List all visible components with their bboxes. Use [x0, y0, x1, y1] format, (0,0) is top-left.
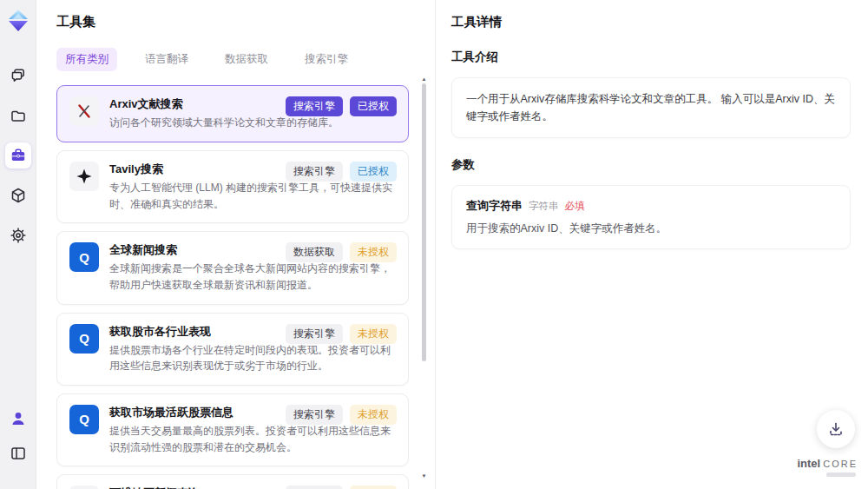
tab-1[interactable]: 语言翻译 — [136, 48, 197, 71]
param-card: 查询字符串 字符串 必填 用于搜索的Arxiv ID、关键字或作者姓名。 — [451, 185, 851, 249]
tool-description: 提供当天交易量最高的股票列表。投资者可以利用这些信息来识别流动性强的股票和潜在的… — [109, 423, 396, 455]
auth-status-tag: 已授权 — [350, 162, 397, 182]
tool-card[interactable]: Arxiv文献搜索 访问各个研究领域大量科学论文和文章的存储库。 搜索引擎 已授… — [56, 85, 409, 142]
detail-title: 工具详情 — [451, 14, 851, 30]
tool-description: 提供股票市场各个行业在特定时间段内的表现。投资者可以利用这些信息来识别表现优于或… — [109, 342, 396, 374]
intel-core-logo: intel CORE — [797, 457, 858, 477]
core-logo-text: CORE — [823, 459, 858, 469]
param-name: 查询字符串 — [466, 198, 523, 214]
tab-0[interactable]: 所有类别 — [56, 48, 117, 71]
category-tag: 搜索引擎 — [286, 162, 343, 182]
app-logo-icon — [5, 7, 31, 33]
scrollbar-thumb[interactable] — [422, 83, 426, 361]
intel-logo-subbar — [826, 472, 856, 477]
tool-description: 专为人工智能代理 (LLM) 构建的搜索引擎工具，可快速提供实时、准确和真实的结… — [109, 180, 396, 212]
category-tabs: 所有类别语言翻译数据获取搜索引擎 — [56, 48, 435, 71]
category-tag: 搜索引擎 — [286, 486, 343, 489]
auth-status-tag: 未授权 — [350, 242, 397, 262]
nav-collapse-panel-icon[interactable] — [5, 440, 31, 466]
intro-text: 一个用于从Arxiv存储库搜索科学论文和文章的工具。 输入可以是Arxiv ID… — [466, 90, 836, 125]
auth-status-tag: 未授权 — [350, 405, 397, 425]
news-icon — [69, 486, 99, 489]
scrollbar-down-arrow[interactable]: ▼ — [421, 473, 427, 479]
param-desc: 用于搜索的Arxiv ID、关键字或作者姓名。 — [466, 221, 836, 236]
list-scrollbar[interactable]: ▲ ▼ — [421, 76, 427, 479]
tool-card[interactable]: Q 获取市场最活跃股票信息 提供当天交易量最高的股票列表。投资者可以利用这些信息… — [56, 393, 409, 466]
param-required-badge: 必填 — [565, 200, 585, 213]
nav-chat-icon[interactable] — [5, 63, 31, 89]
nav-folder-icon[interactable] — [5, 102, 31, 129]
tool-card[interactable]: Tavily搜索 专为人工智能代理 (LLM) 构建的搜索引擎工具，可快速提供实… — [56, 150, 409, 223]
auth-status-tag: 未授权 — [350, 324, 397, 344]
intel-logo-text: intel — [797, 457, 820, 470]
tool-card[interactable]: 万维地区新闻查询 查询具体行政区划内的新闻，快速了解各地新闻动 搜索引擎 未授权 — [56, 474, 409, 489]
tool-description: 全球新闻搜索是一个聚合全球各大新闻网站内容的搜索引擎，帮助用户快速获取全球最新资… — [109, 261, 396, 293]
tool-description: 访问各个研究领域大量科学论文和文章的存储库。 — [109, 115, 396, 131]
nav-toolbox-icon[interactable] — [5, 142, 31, 169]
download-button[interactable] — [817, 410, 855, 448]
category-tag: 搜索引擎 — [286, 324, 343, 344]
category-tag: 数据获取 — [286, 242, 343, 262]
left-navigation-rail — [0, 0, 36, 489]
nav-account-person-icon[interactable] — [5, 406, 31, 432]
tool-card[interactable]: Q 获取股市各行业表现 提供股票市场各个行业在特定时间段内的表现。投资者可以利用… — [56, 313, 409, 386]
q-blue-icon: Q — [69, 405, 99, 434]
intro-card: 一个用于从Arxiv存储库搜索科学论文和文章的工具。 输入可以是Arxiv ID… — [451, 77, 851, 138]
params-heading: 参数 — [451, 157, 851, 173]
q-blue-icon: Q — [69, 324, 99, 354]
category-tag: 搜索引擎 — [286, 405, 343, 425]
page-title: 工具集 — [56, 14, 435, 30]
tab-3[interactable]: 搜索引擎 — [296, 48, 357, 71]
intro-heading: 工具介绍 — [451, 50, 851, 65]
tab-2[interactable]: 数据获取 — [216, 48, 277, 71]
scrollbar-up-arrow[interactable]: ▲ — [421, 76, 427, 82]
q-blue-icon: Q — [69, 242, 99, 272]
nav-settings-gear-icon[interactable] — [5, 222, 31, 248]
auth-status-tag: 已授权 — [350, 96, 397, 116]
download-icon — [828, 421, 844, 437]
arxiv-icon — [69, 96, 99, 126]
tool-detail-panel: 工具详情 工具介绍 一个用于从Arxiv存储库搜索科学论文和文章的工具。 输入可… — [436, 0, 868, 489]
tool-list-panel: 工具集 所有类别语言翻译数据获取搜索引擎 Arxiv文献搜索 访问各个研究领域大… — [36, 0, 436, 489]
category-tag: 搜索引擎 — [286, 96, 343, 116]
nav-cube-icon[interactable] — [5, 182, 31, 208]
tool-card[interactable]: Q 全球新闻搜索 全球新闻搜索是一个聚合全球各大新闻网站内容的搜索引擎，帮助用户… — [56, 231, 409, 304]
param-type: 字符串 — [529, 200, 559, 213]
auth-status-tag: 未授权 — [350, 486, 397, 489]
tavily-icon — [69, 162, 99, 191]
tool-list: Arxiv文献搜索 访问各个研究领域大量科学论文和文章的存储库。 搜索引擎 已授… — [56, 85, 435, 489]
